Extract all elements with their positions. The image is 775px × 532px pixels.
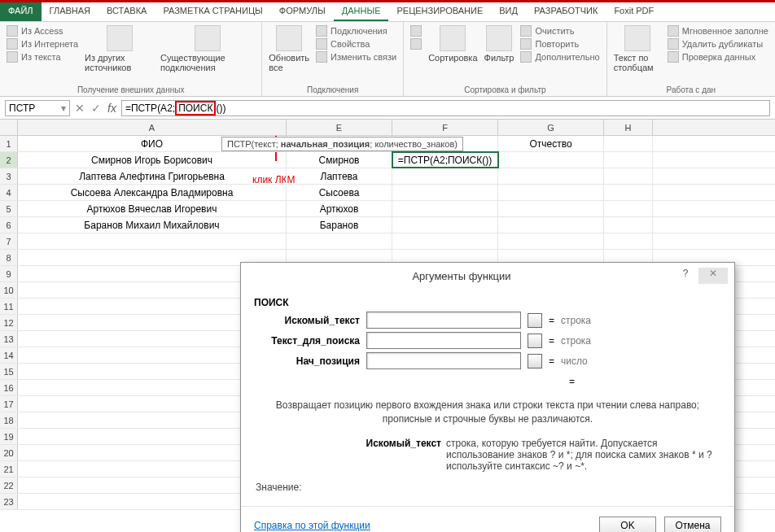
cell[interactable]: Баранов bbox=[287, 217, 392, 233]
enter-formula-icon[interactable]: ✓ bbox=[91, 102, 101, 115]
cell[interactable] bbox=[604, 233, 653, 249]
tab-formulas[interactable]: ФОРМУЛЫ bbox=[271, 2, 334, 21]
tab-home[interactable]: ГЛАВНАЯ bbox=[42, 2, 99, 21]
btn-from-text[interactable]: Из текста bbox=[7, 51, 78, 63]
row-header[interactable]: 6 bbox=[0, 217, 18, 233]
btn-existing-connections[interactable]: Существующие подключения bbox=[160, 25, 255, 84]
range-selector-icon[interactable] bbox=[528, 354, 542, 368]
cell[interactable]: Артюхов bbox=[287, 201, 392, 216]
row-header[interactable]: 20 bbox=[0, 445, 18, 460]
fx-icon[interactable]: fx bbox=[107, 102, 116, 115]
cell[interactable] bbox=[604, 136, 653, 151]
formula-input[interactable]: =ПСТР(A2;ПОИСК()) bbox=[121, 100, 770, 116]
btn-other-sources[interactable]: Из других источников bbox=[85, 25, 154, 84]
cell[interactable]: Смирнов bbox=[287, 152, 392, 168]
row-header[interactable]: 16 bbox=[0, 380, 18, 395]
close-button[interactable]: ✕ bbox=[698, 268, 728, 284]
range-selector-icon[interactable] bbox=[528, 334, 542, 348]
row-header[interactable]: 17 bbox=[0, 396, 18, 412]
cell[interactable] bbox=[498, 233, 604, 249]
btn-remove-duplicates[interactable]: Удалить дубликаты bbox=[668, 38, 768, 50]
tab-developer[interactable]: РАЗРАБОТЧИК bbox=[526, 2, 606, 21]
row-header[interactable]: 5 bbox=[0, 201, 18, 216]
row-header[interactable]: 18 bbox=[0, 412, 18, 428]
cell[interactable] bbox=[392, 168, 498, 184]
btn-from-web[interactable]: Из Интернета bbox=[7, 38, 78, 50]
name-box[interactable]: ПСТР▾ bbox=[5, 100, 70, 116]
row-header[interactable]: 10 bbox=[0, 282, 18, 298]
tab-data[interactable]: ДАННЫЕ bbox=[334, 2, 389, 21]
tab-insert[interactable]: ВСТАВКА bbox=[99, 2, 155, 21]
row-header[interactable]: 12 bbox=[0, 315, 18, 330]
btn-flash-fill[interactable]: Мгновенное заполне bbox=[668, 25, 768, 37]
row-header[interactable]: 21 bbox=[0, 461, 18, 477]
cell[interactable] bbox=[604, 185, 653, 200]
cell[interactable]: Отчество bbox=[498, 136, 604, 151]
tab-foxit[interactable]: Foxit PDF bbox=[606, 2, 662, 21]
cancel-button[interactable]: Отмена bbox=[664, 517, 721, 532]
row-header[interactable]: 9 bbox=[0, 266, 18, 281]
btn-filter[interactable]: Фильтр bbox=[484, 25, 514, 84]
btn-sort[interactable]: Сортировка bbox=[428, 25, 477, 84]
tab-view[interactable]: ВИД bbox=[491, 2, 526, 21]
cell[interactable] bbox=[498, 152, 604, 168]
btn-filter-reapply[interactable]: Повторить bbox=[520, 38, 599, 50]
row-header[interactable]: 4 bbox=[0, 185, 18, 200]
cell[interactable] bbox=[287, 233, 392, 249]
dialog-titlebar[interactable]: Аргументы функции ? ✕ bbox=[241, 263, 734, 289]
cell[interactable]: Смирнов Игорь Борисович bbox=[18, 152, 287, 168]
btn-properties[interactable]: Свойства bbox=[316, 38, 396, 50]
btn-data-validation[interactable]: Проверка данных bbox=[668, 51, 768, 63]
arg-input-start[interactable] bbox=[366, 352, 521, 369]
btn-edit-links[interactable]: Изменить связи bbox=[316, 51, 396, 63]
row-header[interactable]: 19 bbox=[0, 429, 18, 444]
btn-text-to-columns[interactable]: Текст по столбцам bbox=[614, 25, 661, 84]
cell[interactable]: Сысоева Александра Владмировна bbox=[18, 185, 287, 200]
btn-sort-desc[interactable] bbox=[410, 38, 422, 50]
btn-filter-clear[interactable]: Очистить bbox=[520, 25, 599, 37]
cell[interactable] bbox=[604, 168, 653, 184]
row-header[interactable]: 7 bbox=[0, 233, 18, 249]
cell[interactable] bbox=[604, 152, 653, 168]
row-header[interactable]: 2 bbox=[0, 152, 18, 168]
help-button[interactable]: ? bbox=[676, 268, 695, 284]
row-header[interactable]: 3 bbox=[0, 168, 18, 184]
cell[interactable]: Лаптева bbox=[287, 168, 392, 184]
col-header-G[interactable]: G bbox=[498, 120, 604, 135]
cell[interactable] bbox=[392, 201, 498, 216]
row-header[interactable]: 11 bbox=[0, 299, 18, 314]
arg-input-text[interactable] bbox=[366, 312, 521, 329]
btn-filter-advanced[interactable]: Дополнительно bbox=[520, 51, 599, 63]
range-selector-icon[interactable] bbox=[528, 313, 542, 328]
cell[interactable] bbox=[604, 217, 653, 233]
help-link[interactable]: Справка по этой функции bbox=[254, 520, 370, 531]
tab-pagelayout[interactable]: РАЗМЕТКА СТРАНИЦЫ bbox=[155, 2, 270, 21]
col-header-E[interactable]: E bbox=[287, 120, 392, 135]
cell[interactable] bbox=[498, 168, 604, 184]
cell[interactable] bbox=[498, 201, 604, 216]
cell[interactable] bbox=[498, 217, 604, 233]
col-header-A[interactable]: A bbox=[18, 120, 287, 135]
cell[interactable]: Сысоева bbox=[287, 185, 392, 200]
tab-file[interactable]: ФАЙЛ bbox=[0, 2, 42, 21]
select-all-corner[interactable] bbox=[0, 120, 18, 135]
cell[interactable] bbox=[392, 233, 498, 249]
row-header[interactable]: 13 bbox=[0, 331, 18, 347]
btn-from-access[interactable]: Из Access bbox=[7, 25, 78, 37]
active-cell[interactable]: =ПСТР(A2;ПОИСК()) bbox=[392, 152, 498, 168]
cell[interactable] bbox=[604, 201, 653, 216]
cell[interactable] bbox=[392, 185, 498, 200]
arg-input-within[interactable] bbox=[366, 332, 521, 349]
row-header[interactable]: 14 bbox=[0, 347, 18, 363]
cell[interactable] bbox=[498, 185, 604, 200]
row-header[interactable]: 1 bbox=[0, 136, 18, 151]
cell[interactable] bbox=[392, 217, 498, 233]
row-header[interactable]: 23 bbox=[0, 494, 18, 509]
tab-review[interactable]: РЕЦЕНЗИРОВАНИЕ bbox=[388, 2, 491, 21]
cell[interactable]: Лаптева Алефтина Григорьевна bbox=[18, 168, 287, 184]
chevron-down-icon[interactable]: ▾ bbox=[61, 102, 66, 114]
row-header[interactable]: 8 bbox=[0, 250, 18, 265]
cell[interactable]: Баранов Михаил Михайлович bbox=[18, 217, 287, 233]
btn-refresh-all[interactable]: Обновить все bbox=[269, 25, 309, 84]
cancel-formula-icon[interactable]: ✕ bbox=[75, 102, 85, 115]
